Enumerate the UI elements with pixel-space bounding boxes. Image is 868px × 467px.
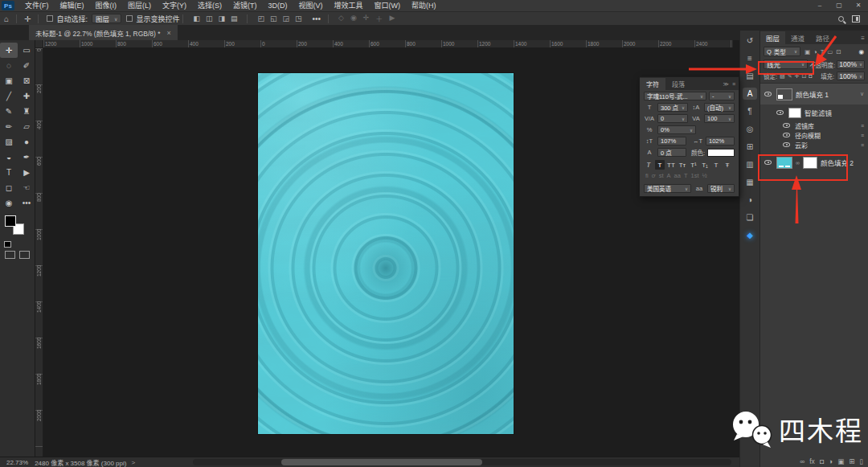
language-select[interactable]: 美国英语∨ xyxy=(644,184,691,193)
menu-item[interactable]: 滤镜(T) xyxy=(227,0,263,11)
filter-pixel-icon[interactable]: ▣ xyxy=(804,48,811,55)
filter-options-icon[interactable]: ≡ xyxy=(861,133,866,138)
tab-channels[interactable]: 通道 xyxy=(785,31,810,44)
blur-tool[interactable]: ● xyxy=(18,134,35,150)
scrollbar-thumb[interactable] xyxy=(281,459,482,465)
visibility-eye-icon[interactable] xyxy=(783,133,790,137)
zoom-tool[interactable]: ◉ xyxy=(0,195,18,211)
character-panel-icon[interactable]: A xyxy=(743,88,757,100)
adjustments-panel-icon[interactable]: ◑ xyxy=(743,194,757,206)
restore-button[interactable]: ▢ xyxy=(829,0,849,11)
menu-item[interactable]: 编辑(E) xyxy=(55,0,90,11)
properties-panel-icon[interactable]: ≡ xyxy=(743,52,757,64)
smart-filter-collapse-icon[interactable]: ∨ xyxy=(860,91,866,97)
show-transform-checkbox[interactable] xyxy=(126,15,133,22)
visibility-eye-icon[interactable] xyxy=(764,160,772,165)
tab-paragraph[interactable]: 段落 xyxy=(665,78,691,90)
horizontal-scale-input[interactable]: 102% xyxy=(706,137,735,145)
kerning-select[interactable]: 0∨ xyxy=(657,114,688,123)
layer-row-filter-gallery[interactable]: 滤镜库 ≡ xyxy=(760,121,868,130)
clone-source-panel-icon[interactable]: ▤ xyxy=(743,70,757,82)
gradient-tool[interactable]: ▨ xyxy=(0,134,18,150)
eraser-tool[interactable]: ▱ xyxy=(18,119,35,134)
pen-tool[interactable]: ✒ xyxy=(18,150,35,165)
small-caps-button[interactable]: Tт xyxy=(678,160,687,170)
auto-select-checkbox[interactable] xyxy=(47,15,53,22)
layer-thumbnail[interactable] xyxy=(776,88,792,100)
tab-paths[interactable]: 路径 xyxy=(810,31,835,44)
filter-type-icon[interactable]: T xyxy=(820,48,825,55)
edit-toolbar-icon[interactable]: ••• xyxy=(18,195,35,211)
filter-shape-icon[interactable]: ▭ xyxy=(826,48,833,55)
vertical-scale-input[interactable]: 107% xyxy=(657,137,686,145)
color-panel-icon[interactable]: ◎ xyxy=(743,123,757,135)
filter-type-select[interactable]: Q 类型 ∨ xyxy=(764,47,800,56)
faux-italic-button[interactable]: T xyxy=(655,160,665,170)
distribute-left-icon[interactable]: ◰ xyxy=(257,14,264,23)
menu-item[interactable]: 窗口(W) xyxy=(369,0,407,11)
visibility-eye-icon[interactable] xyxy=(776,110,784,115)
menu-item[interactable]: 帮助(H) xyxy=(406,0,442,11)
font-style-select[interactable]: -∨ xyxy=(709,92,735,100)
more-options-icon[interactable]: ••• xyxy=(309,14,326,23)
align-right-icon[interactable]: ◨ xyxy=(218,14,225,23)
underline-button[interactable]: T xyxy=(711,160,721,170)
type-tool[interactable]: T xyxy=(0,165,18,180)
subscript-button[interactable]: T₁ xyxy=(700,160,710,170)
align-center-icon[interactable]: ◫ xyxy=(206,14,213,23)
fill-input[interactable]: 100% ∨ xyxy=(837,72,865,80)
healing-brush-tool[interactable]: ✚ xyxy=(18,88,35,104)
close-button[interactable]: ✕ xyxy=(849,0,868,11)
swatches-panel-icon[interactable]: ⊞ xyxy=(743,141,757,153)
clone-stamp-tool[interactable]: ♜ xyxy=(18,104,35,119)
home-screen-icon[interactable]: ◆ xyxy=(743,229,757,241)
font-family-select[interactable]: 字魂110号-武...∨ xyxy=(644,92,706,100)
shape-tool[interactable]: ◻ xyxy=(0,180,18,195)
lasso-tool[interactable]: ◌ xyxy=(0,58,18,73)
libraries-panel-icon[interactable]: ❏ xyxy=(743,211,757,223)
layer-row-clouds[interactable]: 云彩 ≡ xyxy=(760,140,868,150)
faux-bold-button[interactable]: T xyxy=(643,160,654,170)
lock-all-icon[interactable]: ◘ xyxy=(809,73,812,80)
menu-item[interactable]: 增效工具 xyxy=(329,0,369,11)
lock-paint-icon[interactable]: ✎ xyxy=(788,73,792,80)
layer-row-radial-blur[interactable]: 径向模糊 ≡ xyxy=(760,130,868,140)
anti-alias-select[interactable]: 锐利∨ xyxy=(707,184,735,193)
search-icon[interactable] xyxy=(838,16,844,22)
gradients-panel-icon[interactable]: ▥ xyxy=(743,158,757,170)
distribute-right-icon[interactable]: ◲ xyxy=(282,14,289,23)
leading-select[interactable]: (自动)∨ xyxy=(704,103,735,112)
history-panel-icon[interactable]: ↺ xyxy=(743,35,757,47)
eyedropper-tool[interactable]: ╱ xyxy=(0,88,18,104)
menu-item[interactable]: 图像(I) xyxy=(90,0,123,11)
vertical-ruler[interactable]: 0200400600800100012001400160018002000 xyxy=(35,48,43,457)
layer-style-icon[interactable]: fx xyxy=(809,457,815,465)
menu-item[interactable]: 选择(S) xyxy=(192,0,227,11)
visibility-eye-icon[interactable] xyxy=(783,123,790,128)
strikethrough-button[interactable]: Ŧ xyxy=(723,160,732,170)
visibility-eye-icon[interactable] xyxy=(783,142,790,147)
frame-tool[interactable]: ⊠ xyxy=(18,73,35,88)
layer-row-fill-1[interactable]: 颜色填充 1 ∨ xyxy=(760,84,868,104)
filter-options-icon[interactable]: ≡ xyxy=(861,142,866,148)
horizontal-scrollbar[interactable] xyxy=(193,459,731,465)
superscript-button[interactable]: T¹ xyxy=(689,160,698,170)
filter-pin-icon[interactable]: ◉ xyxy=(858,48,865,55)
panel-menu-icon[interactable]: ≡ xyxy=(732,81,735,88)
panel-menu-icon[interactable]: ≡ xyxy=(861,35,868,44)
lock-move-icon[interactable]: ✛ xyxy=(795,73,800,80)
menu-item[interactable]: 文件(F) xyxy=(19,0,55,11)
new-adjustment-icon[interactable]: ◑ xyxy=(829,457,833,465)
menu-item[interactable]: 图层(L) xyxy=(122,0,157,11)
brush-tool[interactable]: ✎ xyxy=(0,104,18,119)
layer-name[interactable]: 颜色填充 1 xyxy=(796,89,829,99)
minimize-button[interactable]: – xyxy=(810,0,829,11)
layer-row-fill-2[interactable]: ∞ 颜色填充 2 xyxy=(760,152,868,173)
filter-smart-icon[interactable]: ⊡ xyxy=(835,48,841,55)
all-caps-button[interactable]: TT xyxy=(666,160,676,170)
ruler-corner[interactable] xyxy=(35,40,43,48)
screen-mode-icon[interactable] xyxy=(5,251,15,259)
document-tab[interactable]: 未标题-1 @ 22.7% (颜色填充 1, RGB/8) * × xyxy=(29,25,178,40)
fill-color-thumbnail[interactable] xyxy=(776,157,792,169)
menu-item[interactable]: 3D(D) xyxy=(263,0,293,11)
